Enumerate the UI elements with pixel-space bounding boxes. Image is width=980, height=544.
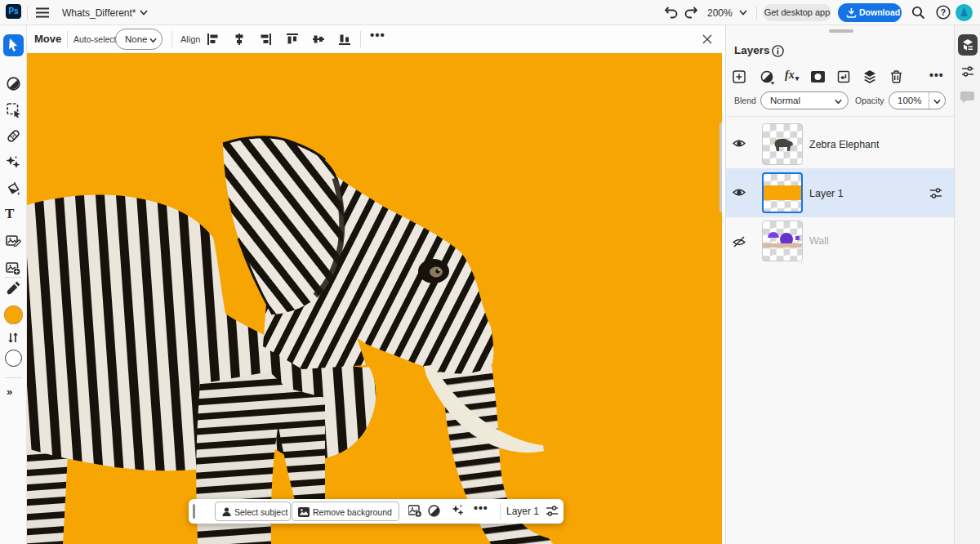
svg-text:?: ? [941, 7, 946, 17]
